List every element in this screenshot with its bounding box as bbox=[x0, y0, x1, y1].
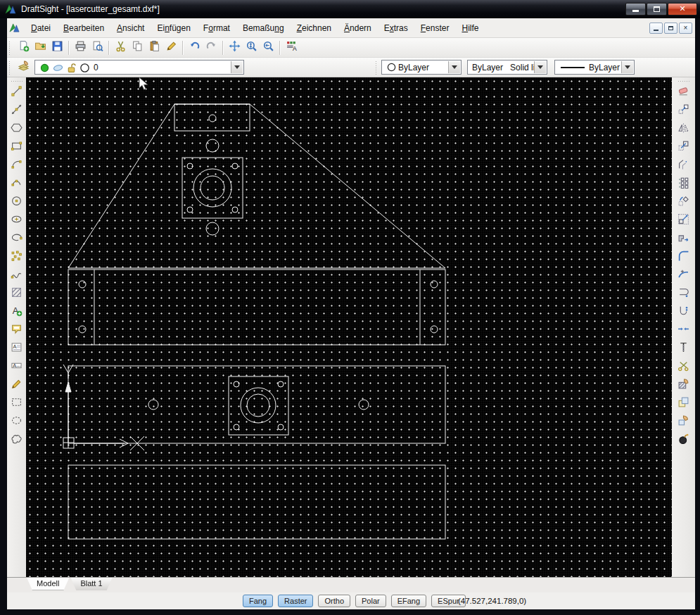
cad-circle[interactable] bbox=[148, 400, 158, 410]
revcloud-ellipse-button[interactable] bbox=[9, 414, 25, 429]
edit-component-button[interactable] bbox=[676, 414, 692, 429]
spline-button[interactable] bbox=[9, 267, 25, 283]
menu-extras[interactable]: Extras bbox=[378, 20, 414, 36]
cad-circle[interactable] bbox=[431, 326, 438, 333]
cad-rect[interactable] bbox=[68, 465, 445, 539]
toolbar-grip[interactable] bbox=[677, 80, 690, 83]
cad-circle[interactable] bbox=[278, 381, 284, 387]
pan-button[interactable] bbox=[226, 39, 243, 56]
minimize-button[interactable] bbox=[625, 3, 646, 15]
menu-einfgen[interactable]: Einfügen bbox=[151, 20, 196, 36]
weld-button[interactable] bbox=[676, 359, 692, 374]
ellipse-arc-button[interactable] bbox=[9, 231, 25, 246]
paste-button[interactable] bbox=[146, 39, 163, 56]
revcloud-rect-button[interactable] bbox=[9, 395, 25, 411]
arc-button[interactable] bbox=[9, 158, 25, 173]
toolbar-grip[interactable] bbox=[8, 61, 11, 75]
cad-rect[interactable] bbox=[182, 158, 243, 218]
undo-button[interactable] bbox=[186, 39, 203, 56]
trim-button[interactable] bbox=[676, 286, 692, 301]
extend-button[interactable] bbox=[676, 322, 692, 338]
explode-button[interactable] bbox=[676, 432, 692, 448]
cad-circle[interactable] bbox=[201, 176, 224, 200]
power-trim-button[interactable] bbox=[676, 304, 692, 319]
ellipse-button[interactable] bbox=[9, 213, 25, 228]
cad-circle[interactable] bbox=[247, 394, 269, 417]
open-folder-button[interactable] bbox=[32, 39, 49, 56]
line-button[interactable] bbox=[9, 84, 25, 100]
mdi-restore-button[interactable] bbox=[664, 23, 677, 34]
cad-line[interactable] bbox=[120, 439, 128, 443]
blend-arc-button[interactable] bbox=[676, 267, 692, 283]
layer-unlock-icon[interactable] bbox=[65, 62, 76, 72]
redo-button[interactable] bbox=[203, 39, 219, 56]
efang-toggle[interactable]: EFang bbox=[391, 595, 426, 607]
cad-circle[interactable] bbox=[431, 281, 438, 288]
split-button[interactable] bbox=[676, 341, 692, 356]
cad-circle[interactable] bbox=[241, 388, 276, 423]
zoom-dynamic-button[interactable] bbox=[243, 39, 260, 56]
layer-combo-arrow[interactable] bbox=[231, 61, 243, 73]
circle-button[interactable] bbox=[9, 194, 25, 210]
infinite-line-button[interactable] bbox=[9, 103, 25, 118]
cad-line[interactable] bbox=[120, 443, 128, 448]
polygon-button[interactable] bbox=[9, 121, 25, 137]
eraser-button[interactable] bbox=[676, 84, 692, 100]
toolbar-grip[interactable] bbox=[375, 61, 378, 75]
lineweight-combo-arrow[interactable] bbox=[621, 61, 633, 73]
print-preview-button[interactable] bbox=[89, 39, 106, 56]
document-logo-icon[interactable] bbox=[8, 23, 20, 33]
raster-toggle[interactable]: Raster bbox=[278, 595, 313, 607]
cut-button[interactable] bbox=[112, 39, 129, 56]
annotation-add-button[interactable]: A bbox=[9, 304, 25, 319]
mdi-close-button[interactable]: × bbox=[679, 23, 692, 34]
options-text-button[interactable]: A bbox=[283, 39, 300, 56]
cad-circle[interactable] bbox=[209, 115, 216, 122]
toolbar-grip[interactable] bbox=[11, 80, 23, 83]
cad-circle[interactable] bbox=[187, 207, 193, 213]
color-combo[interactable]: ByLayer bbox=[381, 60, 462, 75]
tab-modell[interactable]: Modell bbox=[27, 578, 69, 590]
menu-ansicht[interactable]: Ansicht bbox=[110, 20, 151, 36]
cad-poly[interactable] bbox=[68, 104, 445, 268]
layer-thaw-icon[interactable] bbox=[52, 62, 63, 72]
cad-rect[interactable] bbox=[229, 376, 288, 435]
offset-button[interactable] bbox=[676, 158, 692, 173]
stretch-button[interactable] bbox=[676, 231, 692, 246]
tab-blatt-1[interactable]: Blatt 1 bbox=[70, 578, 112, 590]
cad-circle[interactable] bbox=[234, 424, 239, 430]
cad-circle[interactable] bbox=[359, 400, 369, 410]
save-button[interactable] bbox=[49, 39, 65, 56]
move-button[interactable] bbox=[676, 139, 692, 155]
cad-circle[interactable] bbox=[79, 281, 86, 288]
callout-button[interactable] bbox=[9, 322, 25, 338]
point-multiple-button[interactable] bbox=[9, 249, 25, 265]
color-combo-arrow[interactable] bbox=[448, 61, 460, 73]
cad-poly[interactable] bbox=[65, 382, 71, 392]
components-button[interactable] bbox=[676, 395, 692, 411]
cad-rect[interactable] bbox=[174, 104, 250, 131]
menu-ndern[interactable]: Ändern bbox=[338, 20, 378, 36]
menu-bemaung[interactable]: Bemaßung bbox=[236, 20, 291, 36]
menu-fenster[interactable]: Fenster bbox=[414, 20, 456, 36]
copy-button[interactable] bbox=[129, 39, 146, 56]
simple-note-button[interactable]: A bbox=[9, 359, 25, 374]
fang-toggle[interactable]: Fang bbox=[243, 595, 273, 607]
fillet-button[interactable] bbox=[676, 249, 692, 265]
menu-zeichnen[interactable]: Zeichnen bbox=[291, 20, 338, 36]
cad-rect[interactable] bbox=[68, 366, 445, 443]
pattern-button[interactable] bbox=[676, 176, 692, 191]
menu-bearbeiten[interactable]: Bearbeiten bbox=[57, 20, 110, 36]
linestyle-combo-arrow[interactable] bbox=[534, 61, 546, 73]
cad-circle[interactable] bbox=[187, 163, 193, 169]
close-button[interactable]: ✕ bbox=[668, 3, 697, 15]
cad-circle[interactable] bbox=[79, 326, 86, 333]
menu-hilfe[interactable]: Hilfe bbox=[455, 20, 485, 36]
edit-hatch-button[interactable] bbox=[676, 377, 692, 393]
polar-toggle[interactable]: Polar bbox=[355, 595, 386, 607]
zoom-previous-button[interactable] bbox=[260, 39, 276, 56]
cad-circle[interactable] bbox=[278, 424, 284, 430]
ortho-toggle[interactable]: Ortho bbox=[318, 595, 350, 607]
cad-circle[interactable] bbox=[206, 139, 219, 152]
mdi-minimize-button[interactable] bbox=[649, 23, 663, 34]
